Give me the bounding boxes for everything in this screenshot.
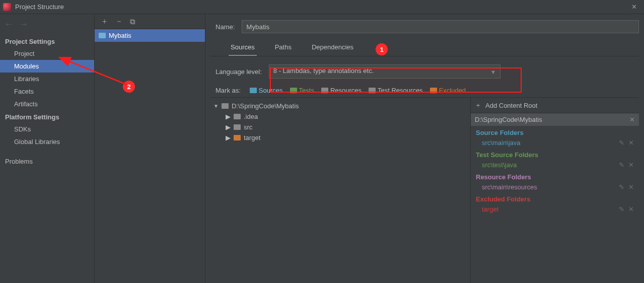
edit-icon[interactable]: ✎ [619, 139, 624, 147]
forward-icon[interactable]: → [19, 19, 28, 29]
triangle-right-icon: ▶ [226, 134, 231, 142]
remove-icon[interactable]: ✕ [628, 205, 634, 213]
content-panel: Name: Sources Paths Dependencies Languag… [205, 14, 644, 283]
sidebar-item-artifacts[interactable]: Artifacts [0, 98, 94, 110]
folder-item[interactable]: src\main\resources✎✕ [471, 182, 639, 192]
sidebar-item-global-libraries[interactable]: Global Libraries [0, 135, 94, 148]
sidebar-item-sdks[interactable]: SDKs [0, 123, 94, 135]
window-title: Project Structure [15, 3, 64, 11]
section-platform-settings: Platform Settings [0, 110, 94, 123]
copy-module-icon[interactable]: ⧉ [130, 17, 135, 26]
close-button[interactable]: ✕ [627, 0, 641, 14]
sidebar: ← → Project Settings Project Modules Lib… [0, 14, 95, 283]
mark-as-label: Mark as: [216, 87, 241, 94]
tree-item-idea[interactable]: ▶.idea [212, 111, 468, 122]
module-folder-icon [99, 33, 106, 38]
tree-item-target[interactable]: ▶target [212, 132, 468, 143]
language-level-label: Language level: [216, 68, 262, 76]
folder-icon [234, 124, 241, 130]
root-folder-icon [222, 103, 229, 109]
tabs: Sources Paths Dependencies [210, 40, 639, 56]
triangle-right-icon: ▶ [226, 113, 231, 120]
name-label: Name: [216, 23, 235, 31]
edit-icon[interactable]: ✎ [619, 161, 624, 169]
tab-sources[interactable]: Sources [229, 40, 257, 56]
edit-icon[interactable]: ✎ [619, 183, 624, 191]
edit-icon[interactable]: ✎ [619, 205, 624, 213]
folder-section-title: Resource Folders [471, 170, 639, 182]
tree-root-label: D:\SpringCode\Mybatis [232, 102, 299, 110]
chevron-down-icon: ▼ [490, 69, 496, 75]
tree-root[interactable]: ▼ D:\SpringCode\Mybatis [212, 101, 468, 111]
folder-section-title: Test Source Folders [471, 148, 639, 160]
remove-icon[interactable]: ✕ [628, 139, 634, 147]
back-icon[interactable]: ← [4, 19, 13, 29]
folder-icon [234, 135, 241, 140]
folder-path: target [482, 205, 498, 213]
sidebar-item-facets[interactable]: Facets [0, 85, 94, 98]
content-root-path: D:\SpringCode\Mybatis [475, 116, 542, 123]
language-level-value: 8 - Lambdas, type annotations etc. [273, 67, 374, 75]
sources-folder-icon [250, 88, 257, 93]
remove-root-icon[interactable]: ✕ [629, 116, 635, 123]
remove-module-icon[interactable]: － [115, 17, 123, 26]
name-input[interactable] [242, 20, 639, 33]
triangle-down-icon: ▼ [213, 103, 219, 109]
mark-sources[interactable]: Sources [250, 87, 283, 94]
sidebar-item-libraries[interactable]: Libraries [0, 73, 94, 85]
section-project-settings: Project Settings [0, 35, 94, 47]
tab-dependencies[interactable]: Dependencies [310, 40, 355, 56]
resources-folder-icon [321, 88, 328, 93]
folder-section-title: Excluded Folders [471, 192, 639, 204]
folder-item[interactable]: src\main\java✎✕ [471, 137, 639, 148]
mark-tests[interactable]: Tests [290, 87, 314, 94]
mark-resources[interactable]: Resources [321, 87, 362, 94]
sidebar-item-modules[interactable]: Modules [0, 60, 94, 73]
mark-test-resources[interactable]: Test Resources [369, 87, 423, 94]
modules-column: ＋ － ⧉ Mybatis [95, 14, 205, 283]
folder-icon [234, 114, 241, 119]
tree-item-src[interactable]: ▶src [212, 122, 468, 132]
excluded-folder-icon [430, 88, 437, 93]
plus-icon: ＋ [475, 101, 481, 110]
language-level-select[interactable]: 8 - Lambdas, type annotations etc. ▼ [269, 64, 500, 79]
folder-path: src\test\java [482, 161, 517, 169]
module-item-mybatis[interactable]: Mybatis [95, 29, 205, 42]
content-root-path-bar[interactable]: D:\SpringCode\Mybatis ✕ [471, 113, 639, 126]
test-resources-folder-icon [369, 88, 376, 93]
annotation-badge-1: 1 [376, 43, 388, 55]
sidebar-item-project[interactable]: Project [0, 47, 94, 60]
folder-path: src\main\java [482, 139, 521, 147]
content-roots-panel: ＋ Add Content Root D:\SpringCode\Mybatis… [470, 98, 639, 283]
add-module-icon[interactable]: ＋ [101, 17, 108, 26]
folder-path: src\main\resources [482, 183, 537, 191]
folder-item[interactable]: src\test\java✎✕ [471, 160, 639, 170]
remove-icon[interactable]: ✕ [628, 183, 634, 191]
tests-folder-icon [290, 88, 297, 93]
titlebar: Project Structure ✕ [0, 0, 644, 14]
add-content-root-label: Add Content Root [485, 102, 537, 109]
add-content-root[interactable]: ＋ Add Content Root [471, 98, 639, 113]
remove-icon[interactable]: ✕ [628, 161, 634, 169]
mark-excluded[interactable]: Excluded [430, 87, 466, 94]
app-icon [3, 3, 11, 11]
folder-item[interactable]: target✎✕ [471, 204, 639, 215]
annotation-badge-2: 2 [123, 81, 135, 93]
mark-as-row: Mark as: Sources Tests Resources Test Re… [210, 84, 639, 97]
tab-paths[interactable]: Paths [273, 40, 294, 56]
sidebar-item-problems[interactable]: Problems [0, 155, 94, 168]
triangle-right-icon: ▶ [226, 123, 231, 131]
modules-toolbar: ＋ － ⧉ [95, 14, 205, 29]
folder-section-title: Source Folders [471, 126, 639, 137]
nav-arrows: ← → [0, 17, 94, 35]
module-name: Mybatis [109, 32, 131, 39]
tree-panel: ▼ D:\SpringCode\Mybatis ▶.idea ▶src ▶tar… [210, 98, 470, 283]
